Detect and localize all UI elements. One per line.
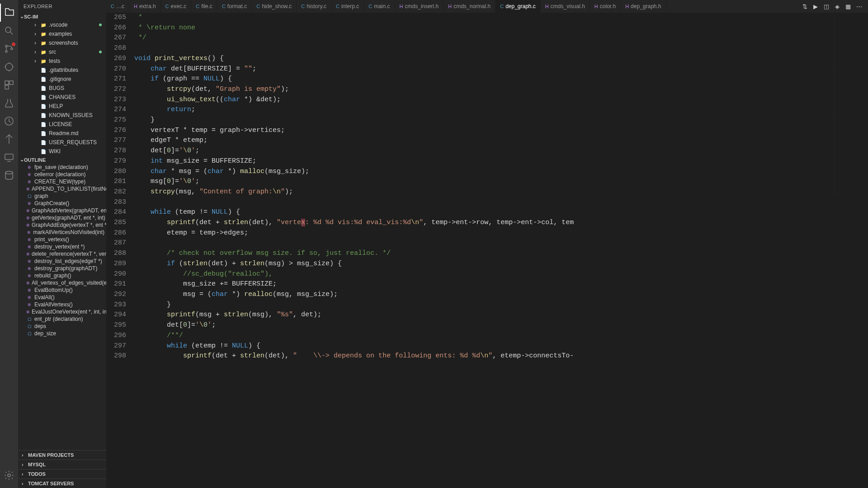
outline-item[interactable]: ⊕APPEND_TO_LINKLIST(firstNod… (18, 185, 106, 192)
tab-interp.c[interactable]: Cinterp.c (331, 0, 364, 13)
svg-point-3 (11, 48, 13, 50)
tab-file.c[interactable]: Cfile.c (191, 0, 217, 13)
code-editor[interactable]: 2652662672682692702712722732742752762772… (106, 13, 868, 488)
tab-bar: C…cHextra.hCexec.cCfile.cCformat.cChide_… (106, 0, 868, 13)
remote-icon[interactable] (0, 148, 18, 166)
tree-item-.gitignore[interactable]: 📄.gitignore (18, 75, 106, 84)
preview-icon[interactable]: ◈ (832, 0, 843, 13)
tree-item-Readme.md[interactable]: 📄Readme.md (18, 129, 106, 138)
outline-item[interactable]: ⊕delete_reference(vertexT *, vert… (18, 250, 106, 258)
git-graph-icon[interactable] (0, 130, 18, 148)
settings-icon[interactable] (0, 466, 18, 484)
outline-item[interactable]: ⊕destroy_graph(graphADT) (18, 265, 106, 272)
svg-point-10 (5, 171, 13, 174)
tab-history.c[interactable]: Chistory.c (297, 0, 331, 13)
tree-item-tests[interactable]: ›📁tests (18, 56, 106, 66)
tab-extra.h[interactable]: Hextra.h (129, 0, 161, 13)
tree-item-screenshots[interactable]: ›📁screenshots (18, 38, 106, 47)
outline-item[interactable]: ⊕EvalBottomUp() (18, 286, 106, 294)
tree-item-WIKI[interactable]: 📄WIKI (18, 147, 106, 156)
outline-item[interactable]: ⊕EvalAll() (18, 294, 106, 301)
extensions-icon[interactable] (0, 76, 18, 94)
outline-item[interactable]: ⊕fpe_save (declaration) (18, 164, 106, 171)
sidebar: EXPLORER ⌄SC-IM ›📁.vscode›📁examples›📁scr… (18, 0, 106, 488)
tab-cmds_visual.h[interactable]: Hcmds_visual.h (541, 0, 590, 13)
tab-hide_show.c[interactable]: Chide_show.c (252, 0, 297, 13)
tab-dep_graph.h[interactable]: Hdep_graph.h (621, 0, 666, 13)
svg-point-11 (8, 474, 10, 477)
section-tomcat-servers[interactable]: ›TOMCAT SERVERS (18, 479, 106, 488)
outline-item[interactable]: ⊕print_vertexs() (18, 236, 106, 243)
tab-…c[interactable]: C…c (106, 0, 129, 13)
outline-item[interactable]: ⊕CREATE_NEW(type) (18, 178, 106, 185)
more-icon[interactable]: ⋯ (854, 0, 864, 13)
tab-cmds_insert.h[interactable]: Hcmds_insert.h (395, 0, 444, 13)
outline-item[interactable]: ▢dep_size (18, 330, 106, 337)
tree-item-KNOWN_ISSUES[interactable]: 📄KNOWN_ISSUES (18, 111, 106, 120)
project-name: SC-IM (24, 14, 38, 19)
outline-item[interactable]: ▢graph (18, 192, 106, 200)
svg-point-1 (5, 45, 7, 47)
split-icon[interactable]: ◫ (821, 0, 832, 13)
tab-color.h[interactable]: Hcolor.h (590, 0, 621, 13)
section-maven-projects[interactable]: ›MAVEN PROJECTS (18, 450, 106, 460)
outline-item[interactable]: ▢deps (18, 323, 106, 330)
outline-section-header[interactable]: ⌄OUTLINE (18, 156, 106, 164)
outline-item[interactable]: ⊕GraphAddEdge(vertexT *, ent *… (18, 221, 106, 229)
source-control-icon[interactable] (0, 40, 18, 58)
outline-item[interactable]: ⊕cellerror (declaration) (18, 171, 106, 178)
outline-item[interactable]: ⊕GraphAddVertex(graphADT, ent *) (18, 207, 106, 214)
outline-item[interactable]: ⊕rebuild_graph() (18, 272, 106, 279)
sidebar-title: EXPLORER (18, 0, 106, 13)
outline-item[interactable]: ⊕EvalJustOneVertex(ent *, int, int… (18, 308, 106, 315)
tree-item-HELP[interactable]: 📄HELP (18, 102, 106, 111)
outline-item[interactable]: ⊕markAllVerticesNotVisited(int) (18, 229, 106, 236)
svg-point-4 (5, 63, 13, 70)
outline-item[interactable]: ⊕destroy_vertex(ent *) (18, 243, 106, 250)
test-icon[interactable] (0, 94, 18, 112)
outline-title: OUTLINE (24, 157, 46, 163)
tree-item-.gitattributes[interactable]: 📄.gitattributes (18, 66, 106, 75)
tree-item-BUGS[interactable]: 📄BUGS (18, 84, 106, 93)
outline-item[interactable]: ⊕EvalAllVertexs() (18, 301, 106, 308)
section-mysql[interactable]: ›MYSQL (18, 460, 106, 469)
svg-rect-5 (5, 81, 9, 84)
tree-item-.vscode[interactable]: ›📁.vscode (18, 20, 106, 29)
tab-dep_graph.c[interactable]: Cdep_graph.c (495, 0, 541, 13)
tab-exec.c[interactable]: Cexec.c (161, 0, 192, 13)
svg-rect-9 (5, 154, 13, 160)
tab-cmds_normal.h[interactable]: Hcmds_normal.h (443, 0, 495, 13)
layout-icon[interactable]: ▦ (843, 0, 854, 13)
outline-item[interactable]: ⊕GraphCreate() (18, 200, 106, 207)
outline-item[interactable]: ⊕getVertex(graphADT, ent *, int) (18, 214, 106, 221)
tab-main.c[interactable]: Cmain.c (364, 0, 395, 13)
explorer-icon[interactable] (0, 4, 18, 22)
minimap[interactable]: ▬▬ ▬▬▬ ▬ ▬▬▬▬ ▬▬▬ ▬ ▬▬▬▬ ▬▬▬ ▬ ▬▬▬▬ ▬▬▬ … (832, 13, 868, 488)
tree-item-CHANGES[interactable]: 📄CHANGES (18, 93, 106, 102)
project-section[interactable]: ⌄SC-IM (18, 13, 106, 20)
svg-rect-7 (5, 85, 9, 89)
activity-bar (0, 0, 18, 488)
run-icon[interactable]: ▶ (810, 0, 821, 13)
outline-item[interactable]: ▢ent_ptr (declaration) (18, 315, 106, 323)
svg-point-0 (5, 27, 11, 33)
database-icon[interactable] (0, 166, 18, 184)
svg-rect-6 (9, 81, 13, 84)
debug-icon[interactable] (0, 58, 18, 76)
tree-item-LICENSE[interactable]: 📄LICENSE (18, 120, 106, 129)
tree-item-src[interactable]: ›📁src (18, 47, 106, 56)
outline-item[interactable]: ⊕All_vertexs_of_edges_visited(ed… (18, 279, 106, 286)
tree-item-examples[interactable]: ›📁examples (18, 29, 106, 38)
tree-item-USER_REQUESTS[interactable]: 📄USER_REQUESTS (18, 138, 106, 147)
tab-format.c[interactable]: Cformat.c (217, 0, 252, 13)
section-todos[interactable]: ›TODOS (18, 469, 106, 479)
svg-point-2 (5, 51, 7, 52)
compare-icon[interactable]: ⇅ (799, 0, 810, 13)
timeline-icon[interactable] (0, 112, 18, 130)
search-icon[interactable] (0, 22, 18, 40)
outline-item[interactable]: ⊕destroy_list_edges(edgeT *) (18, 258, 106, 265)
